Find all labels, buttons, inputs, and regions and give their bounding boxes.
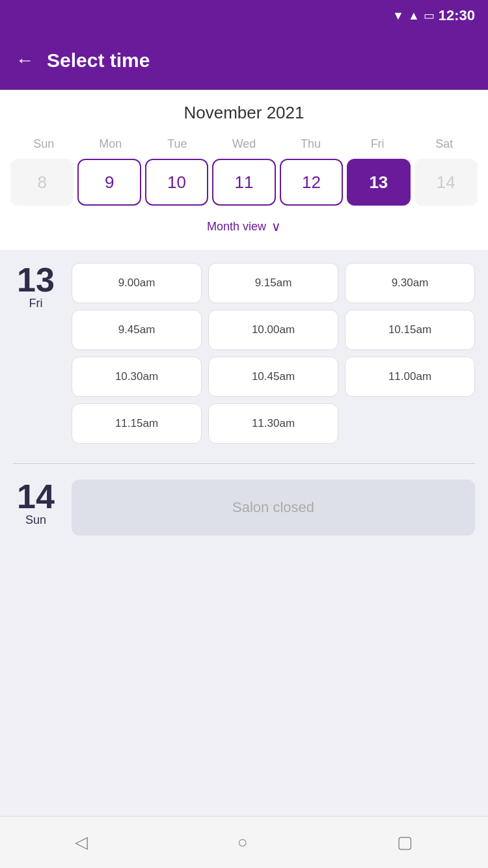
day-header-wed: Wed (211, 135, 278, 154)
date-13[interactable]: 13 (347, 159, 410, 206)
slot-1015am[interactable]: 10.15am (345, 310, 475, 350)
date-8[interactable]: 8 (10, 159, 74, 206)
day-label-14: 14 Sun (13, 480, 59, 536)
header: ← Select time (0, 31, 488, 90)
date-row: 8 9 10 11 12 13 14 (10, 159, 478, 206)
month-title: November 2021 (10, 103, 478, 123)
day-block-13: 13 Fri 9.00am 9.15am 9.30am 9.45am 10.00… (13, 263, 475, 444)
date-9[interactable]: 9 (77, 159, 141, 206)
back-button[interactable]: ← (16, 51, 34, 70)
date-14[interactable]: 14 (414, 159, 478, 206)
slot-900am[interactable]: 9.00am (72, 263, 202, 303)
date-11[interactable]: 11 (212, 159, 275, 206)
chevron-down-icon: ∨ (271, 219, 281, 234)
month-view-label: Month view (207, 220, 266, 234)
day-num-14: 14 (13, 480, 59, 513)
date-10[interactable]: 10 (145, 159, 208, 206)
timeslots-section: 13 Fri 9.00am 9.15am 9.30am 9.45am 10.00… (0, 250, 488, 562)
slot-1115am[interactable]: 11.15am (72, 403, 202, 444)
day-header-thu: Thu (277, 135, 344, 154)
day-header-tue: Tue (144, 135, 211, 154)
slot-1130am[interactable]: 11.30am (208, 403, 338, 444)
status-bar: ▼ ▲ ▭ 12:30 (0, 0, 488, 31)
slots-grid-13: 9.00am 9.15am 9.30am 9.45am 10.00am 10.1… (72, 263, 475, 444)
wifi-icon: ▼ (392, 9, 404, 23)
section-divider (13, 463, 475, 464)
slot-1100am[interactable]: 11.00am (345, 357, 475, 397)
salon-closed-banner: Salon closed (72, 480, 475, 536)
day-label-13: 13 Fri (13, 263, 59, 444)
day-header-fri: Fri (344, 135, 411, 154)
slot-1045am[interactable]: 10.45am (208, 357, 338, 397)
nav-home-button[interactable]: ○ (224, 826, 261, 859)
status-time: 12:30 (439, 7, 475, 24)
day-header-sat: Sat (411, 135, 478, 154)
day-headers: Sun Mon Tue Wed Thu Fri Sat (10, 135, 478, 154)
slot-1030am[interactable]: 10.30am (72, 357, 202, 397)
bottom-nav: ◁ ○ ▢ (0, 816, 488, 868)
day-header-mon: Mon (77, 135, 144, 154)
nav-back-button[interactable]: ◁ (62, 826, 101, 859)
slot-930am[interactable]: 9.30am (345, 263, 475, 303)
day-header-sun: Sun (10, 135, 77, 154)
month-view-toggle[interactable]: Month view ∨ (10, 211, 478, 243)
day-num-13: 13 (13, 263, 59, 297)
slot-915am[interactable]: 9.15am (208, 263, 338, 303)
nav-recent-button[interactable]: ▢ (384, 826, 426, 859)
day-block-14: 14 Sun Salon closed (13, 480, 475, 536)
calendar-section: November 2021 Sun Mon Tue Wed Thu Fri Sa… (0, 90, 488, 250)
page-title: Select time (47, 49, 150, 72)
day-name-14: Sun (13, 513, 59, 527)
date-12[interactable]: 12 (280, 159, 343, 206)
slot-945am[interactable]: 9.45am (72, 310, 202, 350)
status-icons: ▼ ▲ ▭ 12:30 (392, 7, 475, 24)
slot-1000am[interactable]: 10.00am (208, 310, 338, 350)
battery-icon: ▭ (424, 8, 435, 23)
day-name-13: Fri (13, 297, 59, 310)
signal-icon: ▲ (408, 9, 420, 23)
